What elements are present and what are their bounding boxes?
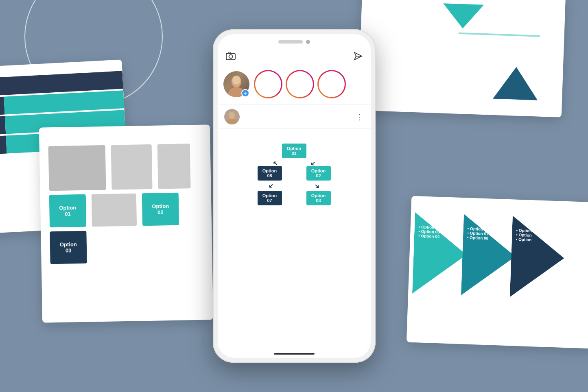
- diag-node-07: Option07: [258, 191, 282, 205]
- decorative-line: [459, 33, 540, 37]
- slide-left-front: Option01 Option02 Option03: [39, 124, 213, 322]
- arrow-right-down: ➜: [313, 181, 322, 191]
- slide-right: • Option 02 • Option 03 • Option 04 • Op…: [407, 196, 588, 349]
- svg-point-21: [229, 112, 235, 119]
- diag-node-02: Option02: [306, 166, 331, 181]
- camera-icon[interactable]: [226, 51, 236, 63]
- gray-square-2: [111, 144, 153, 190]
- post-author-avatar: [224, 109, 240, 124]
- option-01-box: Option01: [49, 194, 86, 228]
- phone-screen-area: +: [218, 34, 371, 358]
- post-header: ⋮: [218, 105, 371, 129]
- svg-point-10: [232, 76, 240, 85]
- speaker: [278, 40, 303, 44]
- col1-item3: • Option 04: [418, 233, 440, 239]
- diag-node-08: Option08: [258, 166, 282, 181]
- arrow-down-icon: [442, 3, 484, 29]
- diag-node-01: Option01: [282, 144, 306, 158]
- svg-point-4: [229, 55, 232, 59]
- phone-mockup: +: [213, 29, 376, 363]
- gray-square-3: [157, 144, 191, 189]
- add-story-button[interactable]: +: [241, 89, 249, 97]
- arrow-left-down: ➜: [267, 181, 276, 191]
- story-your[interactable]: +: [223, 71, 249, 100]
- gray-square-4: [92, 194, 137, 227]
- phone-bottom-bar: [218, 350, 371, 358]
- svg-rect-5: [229, 52, 230, 53]
- diagram-area: Option01 ➜ ➜ Option08 Option02 ➜: [224, 144, 364, 205]
- instagram-header: [218, 47, 371, 66]
- story-monica[interactable]: [319, 71, 345, 100]
- diag-node-03: Option03: [306, 191, 331, 205]
- stories-row: +: [218, 66, 371, 105]
- arrow-up-icon: [493, 66, 539, 100]
- gray-square-1: [48, 145, 106, 191]
- story-alex[interactable]: [287, 71, 313, 100]
- svg-rect-3: [226, 53, 235, 60]
- option-03-box: Option03: [50, 231, 87, 264]
- slide-top-right: [358, 0, 566, 118]
- send-icon[interactable]: [354, 52, 363, 63]
- more-options-icon[interactable]: ⋮: [355, 112, 364, 122]
- col3-item3: • Option: [516, 237, 532, 242]
- col2-item3: • Option 08: [467, 235, 489, 241]
- camera: [306, 40, 310, 44]
- phone-notch: [218, 34, 371, 47]
- option-02-box: Option02: [142, 193, 179, 226]
- instagram-screen: +: [218, 47, 371, 350]
- post-content: Option01 ➜ ➜ Option08 Option02 ➜: [218, 129, 371, 350]
- home-indicator[interactable]: [274, 353, 315, 355]
- story-lia[interactable]: [255, 71, 281, 100]
